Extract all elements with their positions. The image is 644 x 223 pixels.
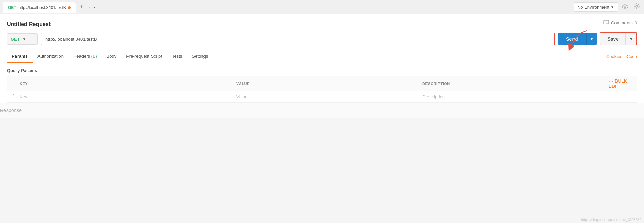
more-tabs-button[interactable]: ··· xyxy=(86,3,98,12)
tab-headers[interactable]: Headers (6) xyxy=(68,50,102,63)
add-tab-button[interactable]: + xyxy=(77,2,87,12)
params-more-button[interactable]: ··· xyxy=(609,78,614,84)
tab-params[interactable]: Params xyxy=(7,50,33,63)
top-bar: Untitled Request Comments 0 xyxy=(7,20,637,32)
response-section: Response xyxy=(0,103,644,118)
eye-icon-button[interactable] xyxy=(621,3,630,12)
tab-settings-label: Settings xyxy=(192,54,208,59)
tab-body-label: Body xyxy=(107,54,117,59)
send-button-group: Send ▼ xyxy=(558,33,597,45)
tab-url-label: http://localhost:8401/testB xyxy=(19,5,66,10)
params-key-header: KEY xyxy=(17,76,234,91)
environment-selector[interactable]: No Environment ▼ xyxy=(574,2,618,12)
save-button[interactable]: Save xyxy=(600,33,625,45)
comments-button[interactable]: Comments 0 xyxy=(603,20,637,25)
url-input-wrapper xyxy=(41,33,555,45)
main-content: Untitled Request Comments 0 GET ▼ xyxy=(0,14,644,103)
code-link[interactable]: Code xyxy=(626,54,637,59)
params-table: KEY VALUE DESCRIPTION ··· Bulk Edit Key … xyxy=(7,76,637,103)
params-value-header: VALUE xyxy=(234,76,420,91)
gear-icon-button[interactable] xyxy=(632,2,641,12)
params-description-header: DESCRIPTION xyxy=(420,76,606,91)
request-title: Untitled Request xyxy=(7,20,51,28)
send-dropdown-icon: ▼ xyxy=(590,37,594,41)
svg-rect-3 xyxy=(604,20,609,24)
description-cell[interactable]: Description xyxy=(420,91,606,103)
tab-body[interactable]: Body xyxy=(102,50,122,63)
tab-prerequest-script[interactable]: Pre-request Script xyxy=(121,50,167,63)
url-bar: GET ▼ Send ▼ Save ▼ xyxy=(7,32,637,50)
key-cell[interactable]: Key xyxy=(17,91,234,103)
headers-badge: (6) xyxy=(91,54,97,59)
comments-count: 0 xyxy=(635,20,637,25)
tab-authorization-label: Authorization xyxy=(37,54,64,59)
tab-settings[interactable]: Settings xyxy=(187,50,213,63)
svg-point-2 xyxy=(636,5,638,7)
request-tabs-nav: Params Authorization Headers (6) Body Pr… xyxy=(0,50,644,63)
comment-icon xyxy=(603,20,609,25)
comments-label: Comments xyxy=(611,20,633,25)
tab-bar: GET http://localhost:8401/testB + ··· No… xyxy=(0,0,644,14)
gear-icon xyxy=(634,3,640,9)
table-row: Key Value Description xyxy=(7,91,637,103)
description-placeholder: Description xyxy=(422,94,445,99)
tab-tests-label: Tests xyxy=(172,54,182,59)
tabs-nav-right: Cookies Code xyxy=(606,54,637,59)
method-chevron-icon: ▼ xyxy=(23,37,26,41)
save-dropdown-icon: ▼ xyxy=(629,37,633,41)
svg-point-0 xyxy=(622,5,628,8)
send-button[interactable]: Send xyxy=(558,33,586,45)
env-label: No Environment xyxy=(577,4,609,10)
eye-icon xyxy=(622,4,628,9)
cookies-link[interactable]: Cookies xyxy=(606,54,622,59)
query-params-title: Query Params xyxy=(7,63,637,76)
url-input[interactable] xyxy=(41,33,554,45)
value-placeholder: Value xyxy=(236,94,247,99)
send-dropdown-button[interactable]: ▼ xyxy=(586,33,597,45)
active-tab[interactable]: GET http://localhost:8401/testB xyxy=(3,2,76,13)
tab-method-label: GET xyxy=(8,5,16,10)
key-placeholder: Key xyxy=(20,94,27,99)
tab-headers-label: Headers xyxy=(73,54,90,59)
tab-unsaved-dot xyxy=(68,6,71,9)
chevron-down-icon: ▼ xyxy=(611,5,614,9)
row-checkbox-cell xyxy=(7,91,17,103)
tab-bar-right: No Environment ▼ xyxy=(574,2,641,12)
actions-cell xyxy=(606,91,637,103)
params-checkbox-header xyxy=(7,76,17,91)
tab-authorization[interactable]: Authorization xyxy=(33,50,68,63)
url-send-area: GET ▼ Send ▼ Save ▼ xyxy=(7,32,637,50)
method-text: GET xyxy=(11,36,20,42)
tab-prerequest-label: Pre-request Script xyxy=(126,54,162,59)
params-actions-header: ··· Bulk Edit xyxy=(606,76,637,91)
tab-params-label: Params xyxy=(12,54,28,59)
row-checkbox[interactable] xyxy=(10,94,14,98)
response-label: Response xyxy=(0,108,22,113)
save-dropdown-button[interactable]: ▼ xyxy=(625,33,636,45)
svg-point-1 xyxy=(624,6,626,7)
method-selector[interactable]: GET ▼ xyxy=(7,33,38,45)
value-cell[interactable]: Value xyxy=(234,91,420,103)
save-button-group: Save ▼ xyxy=(600,32,637,45)
tab-tests[interactable]: Tests xyxy=(167,50,187,63)
